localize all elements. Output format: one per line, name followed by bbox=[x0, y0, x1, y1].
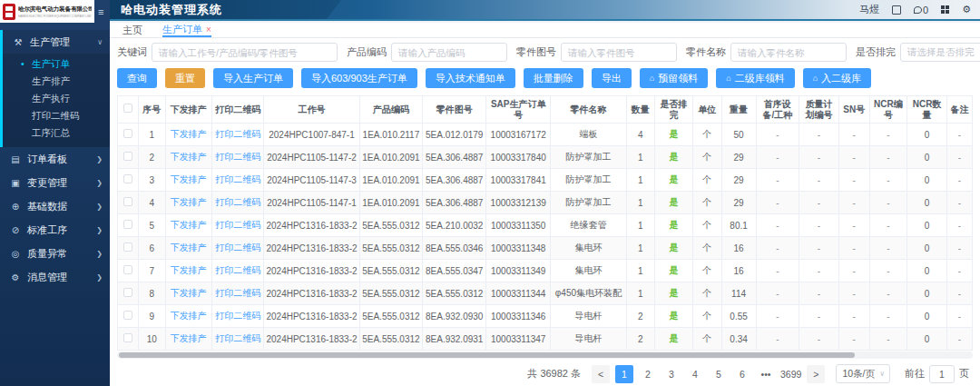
row-checkbox[interactable] bbox=[123, 174, 132, 183]
cell-sap-no: 10003167172 bbox=[486, 124, 551, 146]
page-button-5[interactable]: 5 bbox=[710, 365, 728, 383]
secondary-store-pick-button[interactable]: ⌂二级库领料 bbox=[716, 68, 794, 88]
dispatch-link[interactable]: 下发排产 bbox=[165, 282, 211, 305]
sidebar-item-生产排产[interactable]: 生产排产 bbox=[3, 73, 110, 90]
reserve-material-button[interactable]: ⌂预留领料 bbox=[640, 68, 708, 88]
gear-icon: ⚙ bbox=[9, 272, 22, 282]
row-checkbox[interactable] bbox=[123, 242, 132, 252]
dispatch-link[interactable]: 下发排产 bbox=[165, 192, 211, 214]
board-icon: ▤ bbox=[9, 154, 22, 164]
sidebar-item-工序汇总[interactable]: 工序汇总 bbox=[3, 124, 110, 142]
col-header-打印二维码: 打印二维码 bbox=[211, 96, 264, 124]
horizontal-scrollbar-thumb[interactable] bbox=[119, 352, 855, 358]
keyword-input[interactable] bbox=[152, 43, 338, 62]
print-qr-link[interactable]: 打印二维码 bbox=[211, 192, 264, 214]
print-qr-link[interactable]: 打印二维码 bbox=[211, 214, 264, 237]
dispatch-link[interactable]: 下发排产 bbox=[165, 146, 211, 169]
batch-delete-button[interactable]: 批量删除 bbox=[524, 68, 583, 88]
print-qr-link[interactable]: 打印二维码 bbox=[211, 282, 264, 305]
sidebar-group-item-3[interactable]: ⊕基础数据❯ bbox=[0, 194, 110, 218]
dispatch-link[interactable]: 下发排产 bbox=[165, 305, 211, 328]
cell-part-name: 集电环 bbox=[551, 237, 626, 260]
print-qr-link[interactable]: 打印二维码 bbox=[211, 124, 264, 146]
print-qr-link[interactable]: 打印二维码 bbox=[211, 260, 264, 282]
row-checkbox[interactable] bbox=[123, 333, 132, 342]
notification-icon[interactable]: 0 bbox=[914, 5, 928, 15]
sidebar-group-item-5[interactable]: ◎质量异常❯ bbox=[0, 242, 110, 265]
dispatch-link[interactable]: 下发排产 bbox=[165, 237, 211, 260]
tab-生产订单[interactable]: 生产订单× bbox=[162, 23, 211, 37]
sidebar-collapse-icon[interactable]: ≡ bbox=[98, 6, 103, 17]
company-logo-icon bbox=[3, 4, 15, 20]
page-button-6[interactable]: 6 bbox=[733, 365, 751, 383]
print-qr-link[interactable]: 打印二维码 bbox=[211, 328, 264, 351]
row-checkbox[interactable] bbox=[123, 129, 132, 138]
cell-sap-no: 10003311346 bbox=[486, 305, 551, 328]
user-menu[interactable]: 马煜 bbox=[859, 3, 879, 16]
sidebar-group-item-2[interactable]: ▣变更管理❯ bbox=[0, 171, 110, 194]
import-603-903-order-button[interactable]: 导入603/903生产订单 bbox=[301, 68, 417, 88]
page-button-2[interactable]: 2 bbox=[639, 365, 657, 383]
row-checkbox[interactable] bbox=[123, 220, 132, 229]
goto-page-input[interactable] bbox=[929, 365, 955, 383]
apps-grid-icon[interactable] bbox=[941, 5, 949, 14]
page-button-1[interactable]: 1 bbox=[615, 365, 633, 383]
dispatch-link[interactable]: 下发排产 bbox=[165, 260, 211, 282]
dispatch-link[interactable]: 下发排产 bbox=[165, 169, 211, 192]
page-size-select[interactable]: 10条/页 ∨ bbox=[836, 364, 890, 383]
print-qr-link[interactable]: 打印二维码 bbox=[211, 169, 264, 192]
scheduled-complete-select[interactable]: 请选择是否排完∨ bbox=[900, 43, 980, 62]
sidebar-item-生产执行[interactable]: 生产执行 bbox=[3, 90, 110, 107]
dispatch-link[interactable]: 下发排产 bbox=[165, 328, 211, 351]
prev-page-button[interactable]: < bbox=[592, 365, 610, 383]
top-header: 哈电动装管理系统 马煜 0 ⚙ bbox=[110, 0, 980, 21]
cell-sn: - bbox=[838, 260, 869, 282]
row-checkbox[interactable] bbox=[123, 197, 132, 206]
page-button-3699[interactable]: 3699 bbox=[780, 365, 801, 383]
product-code-input[interactable] bbox=[391, 43, 507, 62]
part-name-input[interactable] bbox=[730, 43, 847, 62]
horizontal-scrollbar-track[interactable] bbox=[117, 351, 973, 359]
export-button[interactable]: 导出 bbox=[592, 68, 632, 88]
sidebar-group-item-6[interactable]: ⚙消息管理❯ bbox=[0, 265, 110, 289]
settings-gear-icon[interactable]: ⚙ bbox=[962, 5, 971, 15]
reset-button[interactable]: 重置 bbox=[165, 68, 205, 88]
cell-part-name: 防护罩加工 bbox=[551, 146, 626, 169]
import-production-order-button[interactable]: 导入生产订单 bbox=[213, 68, 293, 88]
filter-label-scheduled-complete: 是否排完 bbox=[856, 45, 896, 59]
sidebar-item-生产订单[interactable]: 生产订单 bbox=[3, 55, 110, 73]
row-checkbox[interactable] bbox=[123, 311, 132, 320]
print-qr-link[interactable]: 打印二维码 bbox=[211, 237, 264, 260]
next-page-button[interactable]: > bbox=[807, 365, 825, 383]
row-checkbox[interactable] bbox=[123, 288, 132, 297]
row-checkbox[interactable] bbox=[123, 265, 132, 274]
select-all-checkbox[interactable] bbox=[123, 104, 132, 113]
row-checkbox[interactable] bbox=[123, 152, 132, 161]
sidebar-group-item-4[interactable]: ⊘标准工序❯ bbox=[0, 218, 110, 242]
tab-label: 主页 bbox=[122, 24, 142, 37]
close-icon[interactable]: × bbox=[206, 25, 211, 35]
print-qr-link[interactable]: 打印二维码 bbox=[211, 305, 264, 328]
part-drawing-no-input[interactable] bbox=[561, 43, 677, 62]
page-ellipsis[interactable]: ••• bbox=[757, 365, 775, 383]
page-button-3[interactable]: 3 bbox=[662, 365, 681, 383]
chevron-down-icon: ∨ bbox=[97, 38, 103, 46]
tab-主页[interactable]: 主页 bbox=[122, 23, 142, 37]
cell-first-equipment: - bbox=[756, 124, 799, 146]
sidebar-group-item-0[interactable]: ⚒生产管理∨ bbox=[3, 30, 110, 54]
goto-suffix: 页 bbox=[959, 367, 969, 381]
into-secondary-store-button[interactable]: ⌂入二级库 bbox=[803, 68, 871, 88]
print-qr-link[interactable]: 打印二维码 bbox=[211, 146, 264, 169]
page-button-4[interactable]: 4 bbox=[686, 365, 704, 383]
sidebar-group-item-1[interactable]: ▤订单看板❯ bbox=[0, 147, 110, 171]
sidebar-item-打印二维码[interactable]: 打印二维码 bbox=[3, 107, 110, 124]
fullscreen-icon[interactable] bbox=[892, 5, 901, 15]
chevron-right-icon: ❯ bbox=[96, 203, 103, 211]
dispatch-link[interactable]: 下发排产 bbox=[165, 124, 211, 146]
dispatch-link[interactable]: 下发排产 bbox=[165, 214, 211, 237]
cell-quality-plan-no: - bbox=[799, 169, 839, 192]
cell-ncr-qty: 0 bbox=[907, 146, 946, 169]
import-tech-notice-button[interactable]: 导入技术通知单 bbox=[426, 68, 515, 88]
query-button[interactable]: 查询 bbox=[117, 68, 157, 88]
cell-ncr-no: - bbox=[869, 169, 907, 192]
